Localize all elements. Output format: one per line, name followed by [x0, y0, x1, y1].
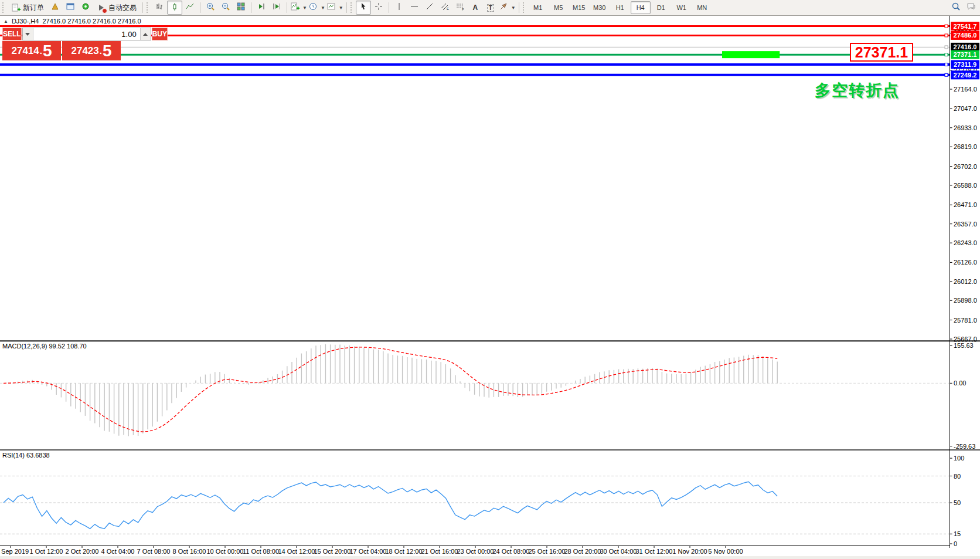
line-anchor-square[interactable]	[945, 25, 948, 28]
toolbar-drag-handle[interactable]	[147, 2, 149, 13]
axis-label: 0	[954, 540, 957, 547]
timeframe-button-M30[interactable]: M30	[590, 1, 610, 14]
line-anchor-square[interactable]	[945, 73, 948, 76]
axis-label: 25898.0	[954, 297, 977, 304]
periods-menu-button[interactable]: ▼	[308, 1, 326, 15]
arrows-menu-button[interactable]: ▼	[498, 1, 516, 15]
axis-label: 0.00	[954, 380, 966, 387]
gold-pyramid-icon	[50, 2, 60, 13]
buy-button[interactable]: BUY	[152, 28, 168, 40]
timeframe-group: M1M5M15M30H1H4D1W1MN	[528, 1, 712, 14]
chart-symbol-period: DJ30-,H4	[12, 18, 39, 25]
signals-button[interactable]	[78, 1, 93, 15]
timeframe-button-M15[interactable]: M15	[569, 1, 589, 14]
horizontal-line-tool-button[interactable]	[407, 1, 422, 15]
templates-menu-button[interactable]: ▼	[326, 1, 344, 15]
vertical-line-icon	[394, 2, 404, 13]
clock-icon	[308, 2, 318, 13]
timeframe-button-H1[interactable]: H1	[610, 1, 630, 14]
trendline-tool-button[interactable]	[422, 1, 437, 15]
autotrading-stop-badge	[102, 8, 107, 13]
chart-annotation-text[interactable]: 多空转折点	[815, 80, 900, 101]
new-order-button[interactable]: 新订单	[8, 1, 47, 15]
axis-label: 80	[954, 473, 961, 480]
line-anchor-square[interactable]	[945, 46, 948, 49]
line-chart-mode-button[interactable]	[182, 1, 198, 15]
price-callout-box[interactable]: 27371.1	[850, 43, 913, 62]
axis-label: 50	[954, 499, 961, 506]
line-anchor-square[interactable]	[945, 53, 948, 56]
window-icon	[66, 2, 75, 13]
chevron-down-icon: ▼	[321, 5, 325, 11]
timeframe-button-M5[interactable]: M5	[549, 1, 569, 14]
volume-decrease-button[interactable]	[23, 28, 33, 40]
axis-label: 26243.0	[954, 239, 977, 246]
sell-button[interactable]: SELL	[2, 28, 22, 40]
axis-label: 15	[954, 530, 961, 537]
search-icon	[951, 2, 961, 13]
line-anchor-square[interactable]	[945, 63, 948, 66]
zoom-out-button[interactable]	[218, 1, 233, 15]
axis-label: 26819.0	[954, 143, 977, 150]
axis-label: 27047.0	[954, 105, 977, 112]
time-axis-label: 24 Oct 08:00	[493, 548, 530, 555]
sell-price-dot: .	[40, 46, 42, 56]
indicators-menu-button[interactable]: ▼	[290, 1, 308, 15]
text-label-tool-button[interactable]: T	[483, 1, 498, 15]
axis-label: 26012.0	[954, 278, 977, 285]
chevron-down-icon: ▼	[302, 5, 307, 11]
line-anchor-square[interactable]	[945, 34, 948, 37]
toolbar-separator	[519, 2, 519, 13]
bar-chart-mode-button[interactable]	[152, 1, 167, 15]
timeframe-button-W1[interactable]: W1	[672, 1, 692, 14]
text-tool-icon: A	[472, 4, 478, 12]
sell-price-display[interactable]: 27414.5	[2, 41, 61, 60]
tile-windows-button[interactable]	[233, 1, 249, 15]
market-depth-button[interactable]	[47, 1, 63, 15]
zoom-in-button[interactable]	[203, 1, 218, 15]
cursor-tool-button[interactable]	[356, 1, 371, 15]
time-axis-label: 30 Oct 04:00	[600, 548, 637, 555]
sell-price-pip: 5	[43, 43, 52, 59]
chat-button[interactable]	[964, 1, 979, 15]
text-tool-button[interactable]: A	[468, 1, 483, 15]
equidistant-channel-tool-button[interactable]: E	[437, 1, 452, 15]
rsi-line	[4, 482, 777, 528]
arrows-icon	[499, 2, 508, 13]
macd-signal-line	[4, 347, 777, 432]
time-axis-label: 17 Oct 04:00	[350, 548, 387, 555]
fibonacci-tool-button[interactable]: F	[452, 1, 468, 15]
time-axis-label: 11 Oct 08:00	[243, 548, 279, 555]
crosshair-tool-button[interactable]	[371, 1, 386, 15]
timeframe-button-D1[interactable]: D1	[651, 1, 671, 14]
search-button[interactable]	[948, 1, 964, 15]
macd-indicator-label: MACD(12,26,9) 99.52 108.70	[2, 343, 87, 350]
timeframe-button-M1[interactable]: M1	[528, 1, 548, 14]
chart-ohlc-values: 27416.0 27416.0 27416.0 27416.0	[42, 18, 141, 25]
highlight-rectangle-object[interactable]	[722, 51, 780, 58]
buy-price-dot: .	[100, 46, 102, 56]
bar-chart-icon	[155, 2, 164, 13]
channel-icon: E	[440, 2, 450, 13]
toolbar-separator	[346, 2, 347, 13]
scroll-to-end-button[interactable]	[254, 1, 269, 15]
vertical-line-tool-button[interactable]	[392, 1, 407, 15]
autotrading-button[interactable]: 自动交易	[93, 1, 140, 15]
toolbar-drag-handle[interactable]	[523, 2, 526, 13]
buy-price-display[interactable]: 27423.5	[62, 41, 121, 60]
toolbar-drag-handle[interactable]	[351, 2, 353, 13]
timeframe-button-MN[interactable]: MN	[692, 1, 712, 14]
axis-label: 26126.0	[954, 259, 977, 266]
horizontal-line-icon	[410, 2, 419, 13]
axis-label: 26933.0	[954, 124, 977, 131]
timeframe-button-H4[interactable]: H4	[631, 1, 651, 14]
sell-price-main: 27414	[11, 45, 39, 57]
candle-chart-mode-button[interactable]	[167, 1, 182, 15]
time-axis-label: 4 Oct 04:00	[101, 548, 135, 555]
volume-input[interactable]	[33, 28, 140, 40]
terminal-window-button[interactable]	[63, 1, 78, 15]
toolbar-drag-handle[interactable]	[2, 2, 5, 13]
volume-increase-button[interactable]	[140, 28, 151, 40]
chart-shift-button[interactable]	[269, 1, 284, 15]
one-click-trading-panel: SELL BUY 27414.5 27423.5	[2, 28, 121, 60]
